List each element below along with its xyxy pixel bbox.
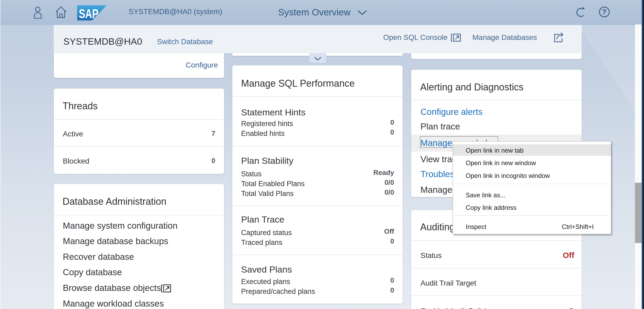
svg-text:SAP: SAP	[79, 7, 98, 20]
svg-text:?: ?	[602, 8, 607, 16]
